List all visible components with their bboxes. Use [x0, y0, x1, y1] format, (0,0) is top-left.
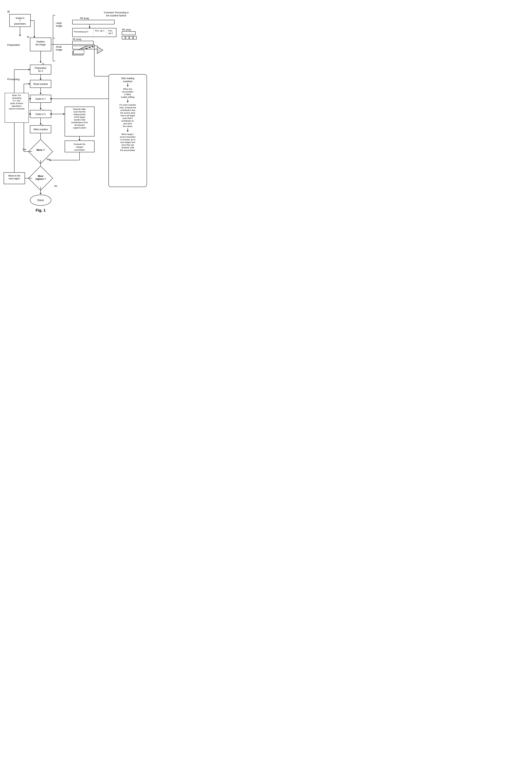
svg-text:and store: and store	[123, 122, 132, 125]
svg-text:read, compute the: read, compute the	[119, 106, 136, 109]
svg-text:When target /: When target /	[121, 133, 134, 136]
diagram-svg: a) Image in + parameters Preparation b) …	[4, 4, 168, 244]
svg-text:the image: the image	[36, 43, 46, 46]
arrowhead-1	[19, 35, 21, 36]
svg-text:accumulator: accumulator	[122, 91, 133, 93]
label-a: a)	[7, 10, 10, 13]
svg-text:in Y, the: in Y, the	[13, 100, 20, 102]
svg-marker-8	[33, 36, 35, 38]
svg-text:is crossed, go to: is crossed, go to	[120, 138, 135, 141]
svg-text:Scale in X: Scale in X	[36, 113, 46, 115]
svg-text:pixel that it: pixel that it	[123, 117, 133, 119]
svg-marker-99	[63, 113, 65, 115]
svg-rect-28	[126, 36, 129, 39]
svg-text:Move to the: Move to the	[8, 174, 20, 177]
svg-text:PE array: PE array	[122, 28, 131, 31]
svg-text:contributes to,: contributes to,	[121, 120, 134, 122]
svg-point-84	[29, 113, 31, 115]
label-c: c)	[42, 62, 44, 65]
svg-text:of the target: of the target	[74, 116, 85, 118]
svg-text:Upscaling: Upscaling	[12, 97, 21, 99]
svg-text:Compute the: Compute the	[74, 143, 86, 145]
svg-text:Partition: Partition	[36, 41, 45, 43]
svg-text:parameters: parameters	[14, 22, 26, 25]
svg-marker-73	[29, 69, 30, 71]
svg-marker-53	[40, 123, 42, 125]
svg-text:convolution: convolution	[74, 149, 85, 151]
svg-text:source boundary: source boundary	[120, 136, 135, 138]
svg-text:For each scanline: For each scanline	[120, 104, 136, 106]
svg-marker-45	[40, 93, 42, 94]
svg-text:+: +	[19, 20, 20, 22]
label-no-2: No	[54, 185, 57, 187]
fig-label: Fig. 1	[36, 208, 45, 212]
svg-text:is filled,: is filled,	[124, 93, 131, 96]
svg-text:Read scanline: Read scanline	[33, 83, 48, 85]
svg-text:next region: next region	[9, 177, 20, 180]
svg-rect-29	[130, 36, 133, 39]
label-b: b)	[27, 35, 29, 38]
svg-text:image:: image:	[56, 48, 63, 51]
svg-text:for X: for X	[38, 70, 43, 73]
svg-rect-36	[74, 50, 84, 54]
svg-marker-62	[29, 83, 30, 85]
svg-text:integral: integral	[76, 146, 83, 148]
svg-text:regions ?: regions ?	[36, 178, 46, 180]
svg-text:Scale in Y: Scale in Y	[36, 98, 46, 100]
svg-rect-33	[73, 46, 97, 49]
svg-text:When the: When the	[123, 88, 132, 90]
svg-text:enable shifting: enable shifting	[121, 96, 134, 98]
svg-marker-38	[40, 61, 42, 63]
svg-text:support pixels: support pixels	[73, 127, 86, 129]
svg-text:has to all target: has to all target	[120, 114, 135, 117]
label-processing: Processing	[7, 78, 19, 81]
svg-text:the values: the values	[123, 125, 133, 127]
svg-text:scanlines: scanlines	[123, 80, 133, 83]
box-prep-x	[30, 65, 51, 74]
svg-marker-49	[40, 108, 42, 109]
svg-text:Swazzle data,: Swazzle data,	[73, 108, 86, 110]
pe-array-label-1: PE array	[80, 17, 89, 20]
comment-text: Comment: Processing in	[104, 11, 129, 14]
svg-text:the source pixel: the source pixel	[120, 112, 135, 114]
svg-rect-26	[122, 31, 135, 35]
svg-text:finished, shift: finished, shift	[122, 146, 134, 149]
svg-text:contributions from: contributions from	[71, 121, 88, 124]
svg-text:operations: operations	[12, 105, 21, 107]
svg-text:Preparation: Preparation	[35, 67, 46, 69]
svg-text:Proc.: Proc.	[108, 30, 113, 32]
svg-text:contribution that: contribution that	[120, 109, 135, 111]
svg-marker-75	[40, 193, 42, 195]
svg-point-133	[50, 98, 52, 100]
svg-text:Proc. rgn 1: Proc. rgn 1	[95, 30, 104, 32]
svg-text:writing pixels: writing pixels	[74, 113, 86, 115]
svg-text:More ?: More ?	[37, 148, 45, 151]
svg-rect-24	[73, 41, 93, 45]
svg-text:clusters had: clusters had	[74, 119, 85, 121]
svg-rect-27	[122, 36, 125, 39]
svg-marker-16	[89, 27, 91, 28]
svg-text:Image in: Image in	[15, 17, 24, 19]
svg-rect-30	[133, 36, 136, 39]
svg-text:the scanline fashion: the scanline fashion	[106, 14, 126, 17]
svg-text:More: More	[38, 175, 44, 177]
svg-text:once they are: once they are	[121, 144, 134, 146]
svg-point-100	[50, 113, 52, 115]
svg-text:next stages and: next stages and	[120, 141, 135, 143]
svg-text:may be reversed: may be reversed	[9, 107, 24, 110]
svg-text:rgn 2: rgn 2	[108, 32, 113, 34]
svg-text:Start reading: Start reading	[121, 77, 134, 80]
diagram-container: a) Image in + parameters Preparation b) …	[4, 4, 168, 244]
svg-marker-94	[78, 139, 80, 141]
large-image-label: Large	[56, 22, 62, 24]
svg-text:Done: Done	[37, 198, 44, 202]
svg-text:image:: image:	[56, 25, 63, 27]
label-preparation: Preparation	[7, 44, 20, 46]
svg-text:Processing rgn 0: Processing rgn 0	[74, 31, 88, 33]
svg-text:Small: Small	[56, 45, 62, 48]
svg-text:Write scanline: Write scanline	[33, 128, 48, 131]
label-yes-1: Yes	[22, 148, 26, 151]
svg-text:order of these: order of these	[10, 102, 23, 105]
pe-array-rect-large	[73, 20, 114, 24]
svg-text:all relevant: all relevant	[74, 124, 84, 126]
